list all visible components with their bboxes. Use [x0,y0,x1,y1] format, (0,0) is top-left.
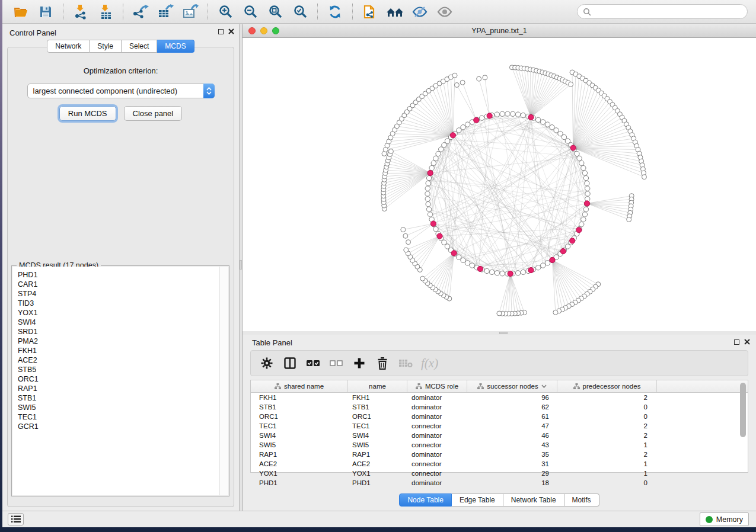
export-network-icon[interactable] [130,3,151,21]
mcds-result-item[interactable]: SWI5 [12,403,228,412]
tab-node-table[interactable]: Node Table [399,493,452,507]
mcds-result-item[interactable]: STP4 [12,289,228,299]
window-close-icon[interactable] [248,27,256,34]
select-all-columns-icon[interactable] [304,354,322,372]
function-builder-icon: f(x) [420,356,438,371]
tab-style[interactable]: Style [90,40,122,53]
table-cell: 2 [557,393,657,402]
mcds-result-item[interactable]: CAR1 [12,280,228,289]
mcds-result-item[interactable]: PHD1 [12,270,228,280]
table-row[interactable]: RAP1RAP1dominator352 [251,450,748,459]
open-folder-icon[interactable] [11,3,31,21]
table-cell: dominator [407,478,467,488]
memory-status-icon [706,516,713,523]
tab-edge-table[interactable]: Edge Table [452,493,503,507]
mcds-result-item[interactable]: FKH1 [12,346,228,355]
float-panel-icon[interactable] [218,29,224,34]
criterion-dropdown-value: largest connected component (undirected) [28,86,203,95]
split-panel-icon[interactable] [281,354,299,372]
task-history-button[interactable] [8,513,24,525]
mcds-tab-content: Optimization criterion: largest connecte… [7,47,234,507]
tab-select[interactable]: Select [122,40,157,53]
close-panel-icon[interactable] [744,339,750,345]
close-panel-button[interactable]: Close panel [124,106,183,121]
zoom-selected-icon[interactable] [290,3,310,21]
refresh-layout-icon[interactable] [325,3,345,21]
mcds-result-item[interactable]: SRD1 [12,327,228,336]
splitter-grip[interactable] [499,332,508,334]
table-scrollbar[interactable] [740,383,746,437]
mcds-result-item[interactable]: SWI4 [12,318,228,327]
window-minimize-icon[interactable] [260,27,267,34]
search-box[interactable] [577,4,748,19]
network-window-titlebar[interactable]: YPA_prune.txt_1 [243,24,756,38]
mcds-result-item[interactable]: YOX1 [12,308,228,318]
table-cell: 0 [557,478,657,488]
save-icon[interactable] [36,3,56,21]
table-cell: 2 [557,421,657,431]
zoom-out-icon[interactable] [240,3,260,21]
result-list-scrollbar[interactable] [219,267,228,495]
tab-network-table[interactable]: Network Table [503,493,564,507]
zoom-in-icon[interactable] [215,3,235,21]
memory-button[interactable]: Memory [700,512,749,526]
table-cell: 62 [467,402,557,412]
export-image-icon[interactable] [180,3,200,21]
table-row[interactable]: FKH1FKH1dominator962 [251,393,748,402]
network-from-document-icon[interactable] [360,3,380,21]
column-header-successor-nodes[interactable]: successor nodes [467,380,557,392]
table-row[interactable]: SWI4SWI4dominator462 [251,431,748,440]
table-row[interactable]: ACE2ACE2connector311 [251,459,748,469]
network-graph[interactable] [243,38,756,331]
criterion-dropdown[interactable]: largest connected component (undirected) [27,84,215,98]
show-eye-icon[interactable] [435,3,455,21]
zoom-fit-icon[interactable] [265,3,285,21]
window-maximize-icon[interactable] [272,27,279,34]
splitter-grip[interactable] [240,260,242,270]
unselect-all-columns-icon[interactable] [327,354,345,372]
mcds-result-item[interactable]: RAP1 [12,384,228,393]
table-cell: dominator [407,402,467,412]
column-type-icon [275,383,281,389]
mcds-result-item[interactable]: ACE2 [12,355,228,365]
tab-mcds[interactable]: MCDS [157,40,194,53]
add-column-icon[interactable] [350,354,368,372]
column-header-MCDS-role[interactable]: MCDS role [407,380,467,392]
table-cell: 2 [557,450,657,459]
hide-selected-eye-icon[interactable] [410,3,430,21]
column-type-icon [416,383,422,389]
tab-motifs[interactable]: Motifs [564,493,599,507]
column-header-predecessor-nodes[interactable]: predecessor nodes [557,380,657,392]
run-mcds-button[interactable]: Run MCDS [59,106,116,121]
table-cell: RAP1 [251,450,348,459]
table-cell: dominator [407,450,467,459]
mcds-result-item[interactable]: TID3 [12,299,228,308]
network-canvas[interactable] [243,38,756,331]
tab-network[interactable]: Network [47,40,90,53]
delete-column-icon[interactable] [374,354,391,372]
mcds-result-item[interactable]: ORC1 [12,374,228,384]
table-row[interactable]: PHD1PHD1dominator180 [251,478,748,488]
table-row[interactable]: STB1STB1dominator620 [251,402,748,412]
optimization-criterion-label: Optimization criterion: [8,66,234,75]
mcds-result-item[interactable]: STB5 [12,365,228,374]
home-networks-icon[interactable] [385,3,405,21]
import-network-icon[interactable] [71,3,91,21]
mcds-result-item[interactable]: TEC1 [12,412,228,422]
table-row[interactable]: TEC1TEC1connector472 [251,421,748,431]
search-input[interactable] [591,8,742,16]
column-header-shared-name[interactable]: shared name [251,380,348,392]
table-row[interactable]: ORC1ORC1dominator610 [251,412,748,421]
mcds-result-item[interactable]: PMA2 [12,336,228,346]
import-table-icon[interactable] [95,3,116,21]
mcds-result-item[interactable]: GCR1 [12,422,228,431]
close-panel-icon[interactable] [228,28,234,34]
table-row[interactable]: SWI5SWI5connector431 [251,440,748,450]
table-settings-gear-icon[interactable] [258,354,276,372]
export-table-icon[interactable] [155,3,176,21]
table-row[interactable]: YOX1YOX1connector291 [251,469,748,478]
mcds-result-list[interactable]: PHD1CAR1STP4TID3YOX1SWI4SRD1PMA2FKH1ACE2… [12,267,228,495]
mcds-result-item[interactable]: STB1 [12,393,228,403]
float-panel-icon[interactable] [734,339,739,345]
column-header-name[interactable]: name [348,380,407,392]
